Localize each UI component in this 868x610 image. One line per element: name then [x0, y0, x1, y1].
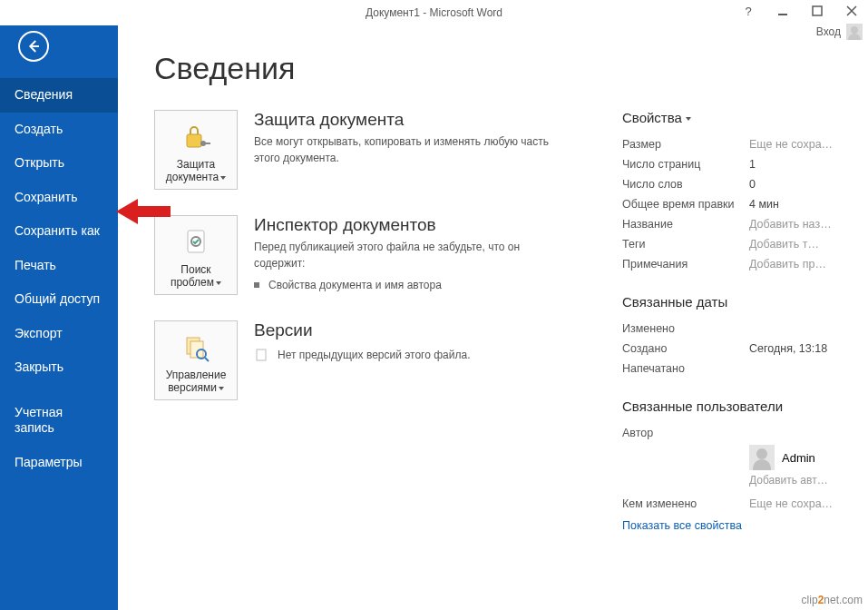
- sidebar-item-export[interactable]: Экспорт: [0, 317, 118, 351]
- lock-icon: [180, 118, 212, 154]
- back-button[interactable]: [18, 31, 49, 62]
- avatar-icon: [749, 445, 775, 470]
- related-dates-heading: Связанные даты: [622, 294, 843, 310]
- prop-printed: Напечатано: [622, 359, 843, 379]
- svg-rect-0: [778, 14, 787, 15]
- sidebar-item-save-as[interactable]: Сохранить как: [0, 214, 118, 249]
- author-name: Admin: [782, 451, 815, 465]
- svg-rect-10: [257, 349, 266, 360]
- svg-rect-2: [187, 134, 201, 147]
- add-author[interactable]: Добавить авт…: [749, 474, 843, 487]
- properties-panel: Свойства РазмерЕще не сохра… Число стран…: [622, 110, 843, 532]
- prop-author: Автор: [622, 423, 843, 443]
- prop-edit-time: Общее время правки4 мин: [622, 194, 843, 214]
- watermark: clip2net.com: [802, 594, 863, 606]
- help-button[interactable]: ?: [736, 2, 761, 20]
- inspect-section: Поиск проблем Инспектор документов Перед…: [154, 215, 590, 295]
- prop-size: РазмерЕще не сохра…: [622, 134, 843, 154]
- backstage-sidebar: Сведения Создать Открыть Сохранить Сохра…: [0, 25, 118, 610]
- versions-icon: [180, 329, 212, 365]
- close-button[interactable]: [839, 2, 864, 20]
- versions-title: Версии: [254, 320, 471, 340]
- prop-pages: Число страниц1: [622, 154, 843, 174]
- inspect-bullet: Свойства документа и имя автора: [254, 279, 562, 291]
- bullet-icon: [254, 282, 259, 288]
- protect-desc: Все могут открывать, копировать и изменя…: [254, 133, 562, 166]
- sidebar-item-info[interactable]: Сведения: [0, 78, 118, 113]
- versions-section: Управление версиями Версии Нет предыдущи…: [154, 320, 590, 400]
- sidebar-item-options[interactable]: Параметры: [0, 446, 118, 480]
- maximize-button[interactable]: [805, 2, 830, 20]
- properties-heading[interactable]: Свойства: [622, 110, 843, 125]
- prop-title[interactable]: НазваниеДобавить наз…: [622, 214, 843, 234]
- svg-rect-1: [813, 6, 822, 15]
- manage-versions-button[interactable]: Управление версиями: [154, 320, 238, 400]
- chevron-down-icon: [219, 387, 224, 390]
- document-icon: [254, 348, 268, 362]
- minimize-button[interactable]: [770, 2, 795, 20]
- backstage-content: Сведения Защита документа: [118, 25, 868, 610]
- protect-section: Защита документа Защита документа Все мо…: [154, 110, 590, 190]
- sidebar-item-new[interactable]: Создать: [0, 113, 118, 147]
- sidebar-item-open[interactable]: Открыть: [0, 146, 118, 181]
- page-title: Сведения: [154, 51, 843, 86]
- sidebar-item-account[interactable]: Учетная запись: [0, 396, 118, 446]
- author-entry[interactable]: Admin: [749, 445, 843, 470]
- prop-tags[interactable]: ТегиДобавить т…: [622, 234, 843, 254]
- check-issues-button[interactable]: Поиск проблем: [154, 215, 238, 295]
- inspect-desc: Перед публикацией этого файла не забудьт…: [254, 239, 562, 271]
- sidebar-item-close[interactable]: Закрыть: [0, 350, 118, 385]
- related-people-heading: Связанные пользователи: [622, 398, 843, 414]
- sidebar-item-share[interactable]: Общий доступ: [0, 282, 118, 317]
- show-all-properties-link[interactable]: Показать все свойства: [622, 519, 742, 532]
- chevron-down-icon: [686, 117, 691, 121]
- protect-title: Защита документа: [254, 110, 562, 130]
- prop-last-modified-by: Кем измененоЕще не сохра…: [622, 494, 843, 514]
- inspect-title: Инспектор документов: [254, 215, 562, 235]
- window-controls: ?: [736, 2, 864, 20]
- sidebar-item-print[interactable]: Печать: [0, 249, 118, 283]
- prop-created: СозданоСегодня, 13:18: [622, 339, 843, 359]
- svg-rect-4: [205, 143, 210, 144]
- window-title: Документ1 - Microsoft Word: [366, 6, 502, 19]
- prop-modified: Изменено: [622, 319, 843, 339]
- chevron-down-icon: [216, 281, 221, 285]
- prop-comments[interactable]: ПримечанияДобавить пр…: [622, 254, 843, 274]
- titlebar: Документ1 - Microsoft Word ?: [0, 0, 868, 25]
- sidebar-item-save[interactable]: Сохранить: [0, 181, 118, 215]
- prop-words: Число слов0: [622, 174, 843, 194]
- inspect-icon: [180, 223, 212, 260]
- chevron-down-icon: [220, 176, 226, 180]
- versions-empty: Нет предыдущих версий этого файла.: [254, 348, 471, 362]
- protect-document-button[interactable]: Защита документа: [154, 110, 238, 190]
